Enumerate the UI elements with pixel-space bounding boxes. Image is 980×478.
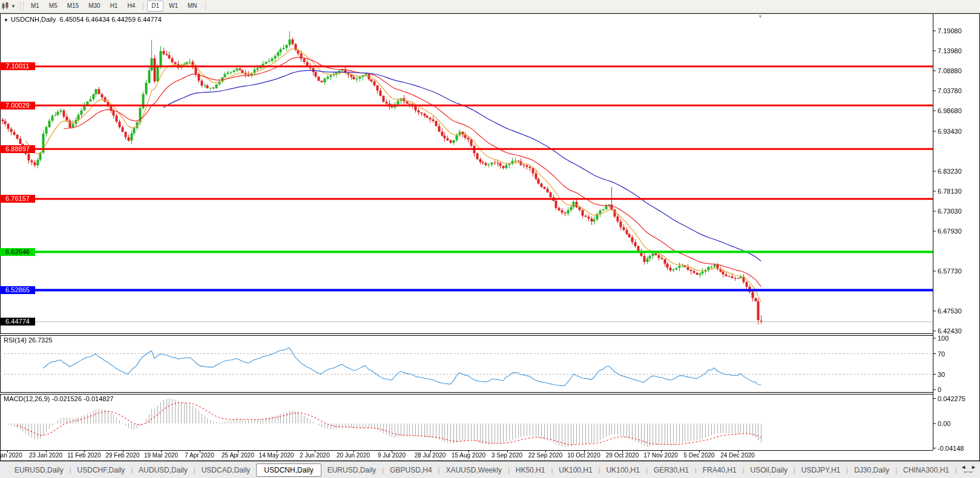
date-tick-label: 29 Oct 2020	[606, 452, 639, 459]
tab-scroll-left-arrow[interactable]: ◄	[961, 464, 966, 470]
price-tick-label: 6.47530	[938, 307, 962, 315]
chart-tab-bar: EURUSD,Daily|USDCHF,Daily|AUDUSD,Daily|U…	[0, 461, 980, 478]
tab-scroll-arrows: ◄ ►	[959, 463, 978, 471]
pane-splitter-macd[interactable]	[0, 392, 933, 395]
timeframe-button-d1[interactable]: D1	[147, 1, 163, 11]
price-tick-label: 7.03780	[938, 87, 962, 94]
chart-tab-eurusd-daily[interactable]: EURUSD,Daily	[8, 464, 70, 476]
price-line-badge: 7.00029	[0, 102, 35, 110]
collapse-triangle-icon[interactable]: ▼	[4, 18, 8, 23]
chart-title-symbol: USDCNH,Daily	[11, 16, 56, 23]
chart-tab-usoil-daily[interactable]: USOil,Daily	[745, 464, 794, 476]
chart-title-ohlc: 6.45054 6.46434 6.44259 6.44774	[60, 16, 162, 23]
price-tick-label: 7.19080	[938, 27, 962, 34]
date-tick-label: 19 Mar 2020	[144, 452, 178, 459]
timeframe-button-h4[interactable]: H4	[123, 1, 139, 11]
chart-title: ▼USDCNH,Daily 6.45054 6.46434 6.44259 6.…	[4, 16, 162, 23]
macd-tick-label: 0.00	[938, 420, 950, 427]
chart-tab-xauusd-weekly[interactable]: XAUUSD,Weekly	[439, 464, 507, 476]
current-price-badge: 6.44774	[0, 318, 35, 326]
macd-label: MACD(12,26,9) -0.021526 -0.014827	[4, 395, 114, 402]
price-tick-label: 6.78130	[938, 188, 962, 195]
chart-tab-gbpusd-h4[interactable]: GBPUSD,H4	[384, 464, 438, 476]
timeframe-buttons: M1M5M15M30H1H4D1W1MN	[26, 1, 202, 11]
price-line-badge: 7.10011	[0, 62, 35, 70]
chart-tab-fra40-h1[interactable]: FRA40,H1	[697, 464, 743, 476]
chart-tab-usdcad-daily[interactable]: USDCAD,Daily	[196, 464, 257, 476]
toolbar-grip[interactable]	[20, 2, 24, 10]
timeframe-button-m30[interactable]: M30	[84, 1, 104, 11]
timeframe-button-w1[interactable]: W1	[165, 1, 182, 11]
tab-scroll-right-arrow[interactable]: ►	[971, 464, 976, 470]
timeframe-toolbar: ▼ M1M5M15M30H1H4D1W1MN	[0, 0, 980, 13]
date-tick-label: 5 Dec 2020	[683, 452, 714, 459]
date-tick-label: 24 Dec 2020	[720, 452, 755, 459]
chart-tab-usdjpy-h1[interactable]: USDJPY,H1	[795, 464, 846, 476]
rsi-label: RSI(14) 26.7325	[4, 336, 53, 344]
price-tick-label: 6.83230	[938, 168, 962, 175]
timeframe-button-mn[interactable]: MN	[183, 1, 202, 11]
price-tick-label: 7.13980	[938, 47, 962, 54]
price-line-badge: 6.62646	[0, 248, 35, 256]
toolbar-separator	[205, 2, 206, 10]
chart-type-dropdown-caret[interactable]: ▼	[11, 4, 16, 9]
date-tick-label: 25 Apr 2020	[222, 452, 254, 459]
price-tick-label: 6.67930	[938, 228, 962, 235]
chart-tab-audusd-daily[interactable]: AUDUSD,Daily	[133, 464, 194, 476]
price-tick-label: 6.42430	[938, 327, 962, 335]
rsi-tick-label: 70	[938, 350, 945, 358]
date-tick-label: 7 Apr 2020	[185, 452, 214, 459]
timeframe-button-h1[interactable]: H1	[106, 1, 122, 11]
chart-tab-china300-h1[interactable]: CHINA300,H1	[897, 464, 955, 476]
chart-tab-usdchf-daily[interactable]: USDCHF,Daily	[71, 464, 131, 476]
date-tick-label: 22 Sep 2020	[528, 452, 563, 459]
rsi-tick-label: 0	[938, 386, 941, 393]
price-line-badge: 6.76157	[0, 195, 35, 203]
date-tick-label: 10 Oct 2020	[567, 452, 600, 459]
candlestick-chart-icon[interactable]	[0, 1, 11, 11]
date-tick-label: 4 Jan 2020	[0, 452, 22, 459]
date-tick-label: 15 Aug 2020	[452, 452, 485, 459]
macd-tick-label: 0.042275	[938, 395, 965, 402]
rsi-tick-label: 100	[938, 335, 949, 342]
date-tick-label: 29 Feb 2020	[105, 452, 139, 459]
date-tick-label: 14 May 2020	[259, 452, 294, 459]
macd-tick-label: -0.04148	[938, 445, 964, 452]
date-tick-label: 20 Jun 2020	[337, 452, 370, 459]
timeframe-button-m15[interactable]: M15	[63, 1, 83, 11]
price-tick-label: 6.93430	[938, 128, 962, 135]
pane-splitter-rsi[interactable]	[0, 333, 933, 336]
timeframe-button-m5[interactable]: M5	[45, 1, 62, 11]
chart-tab-uk100-h1[interactable]: UK100,H1	[600, 464, 646, 476]
price-tick-label: 6.57730	[938, 267, 962, 275]
price-tick-label: 7.08880	[938, 67, 962, 74]
chart-tab-hk50-h1[interactable]: HK50,H1	[510, 464, 551, 476]
toolbar-separator	[143, 2, 143, 10]
chart-tab-uk100-h1[interactable]: UK100,H1	[553, 464, 598, 476]
date-tick-label: 2 Jun 2020	[300, 452, 330, 459]
price-tick-label: 6.98680	[938, 107, 962, 114]
chart-tab-eurusd-daily[interactable]: EURUSD,Daily	[321, 464, 383, 476]
chart-shift-marker[interactable]: ▼	[758, 14, 763, 19]
date-tick-label: 9 Jul 2020	[378, 452, 406, 459]
date-tick-label: 11 Feb 2020	[67, 452, 100, 459]
timeframe-button-m1[interactable]: M1	[27, 1, 44, 11]
date-tick-label: 17 Nov 2020	[643, 452, 678, 459]
price-tick-label: 6.73030	[938, 208, 962, 215]
price-line-badge: 6.88897	[0, 145, 35, 153]
chart-tab-dj30-daily[interactable]: DJ30,Daily	[848, 464, 895, 476]
date-tick-label: 3 Sep 2020	[492, 452, 522, 459]
date-tick-label: 28 Jul 2020	[415, 452, 446, 459]
chart-tab-ger30-h1[interactable]: GER30,H1	[648, 464, 695, 476]
chart-tab-usdcnh-daily[interactable]: USDCNH,Daily	[256, 463, 321, 477]
rsi-tick-label: 30	[938, 371, 945, 378]
mt4-window: ▼ M1M5M15M30H1H4D1W1MN ▼USDCNH,Daily 6.4…	[0, 0, 980, 478]
price-line-badge: 6.52865	[0, 286, 35, 294]
date-tick-label: 23 Jan 2020	[29, 452, 62, 459]
